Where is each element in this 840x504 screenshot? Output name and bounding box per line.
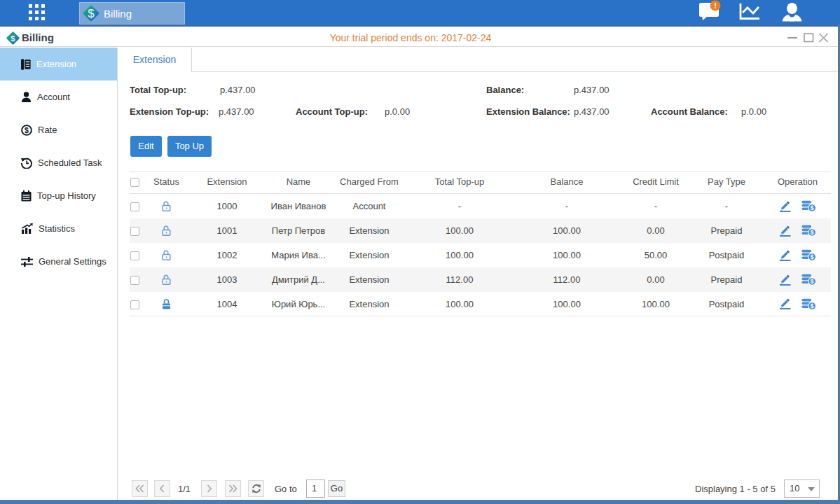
svg-text:$: $ (811, 302, 814, 309)
svg-text:$: $ (811, 278, 814, 285)
svg-text:$: $ (88, 7, 95, 20)
svg-text:$: $ (811, 204, 814, 211)
svg-text:$: $ (811, 253, 814, 260)
svg-text:$: $ (811, 229, 814, 236)
svg-text:$: $ (25, 126, 29, 134)
svg-text:$: $ (11, 34, 15, 43)
svg-text:!: ! (714, 1, 717, 10)
